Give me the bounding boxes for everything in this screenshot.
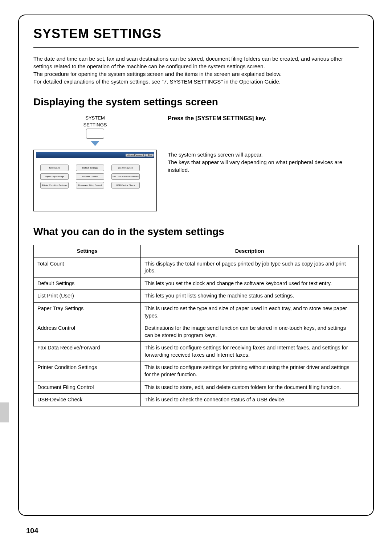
th-settings: Settings	[34, 245, 141, 258]
menu-address-control: Address Control	[76, 173, 104, 180]
table-row: Document Filing Control This is used to …	[34, 381, 359, 394]
step-body-1: The system settings screen will appear.	[168, 151, 263, 158]
table-row: USB-Device Check This is used to check t…	[34, 394, 359, 406]
cell-description: This displays the total number of pages …	[141, 258, 359, 277]
step-body: The system settings screen will appear. …	[168, 151, 359, 174]
cell-setting: USB-Device Check	[34, 394, 141, 406]
key-label-2: SETTINGS	[33, 122, 157, 128]
cell-description: This lets you set the clock and change t…	[141, 277, 359, 290]
screen-illustration: Admin Password Exit Total Count Paper Tr…	[33, 150, 157, 211]
intro-p1: The date and time can be set, fax and sc…	[33, 56, 343, 69]
cell-setting: Address Control	[34, 322, 141, 342]
screen-col-3: List Print (User) Fax Data Receive/Forwa…	[111, 165, 140, 189]
exit-button: Exit	[146, 154, 154, 157]
display-row: SYSTEM SETTINGS Admin Password Exit Tota…	[33, 115, 359, 211]
table-row: Printer Condition Settings This is used …	[34, 361, 359, 381]
diagram-column: SYSTEM SETTINGS Admin Password Exit Tota…	[33, 115, 157, 211]
screen-body: Total Count Paper Tray Settings Printer …	[36, 158, 154, 195]
menu-paper-tray: Paper Tray Settings	[40, 173, 69, 180]
system-settings-key-shape	[86, 129, 104, 139]
menu-document-filing: Document Filing Control	[76, 182, 104, 189]
cell-setting: Default Settings	[34, 277, 141, 290]
settings-table: Settings Description Total Count This di…	[33, 245, 359, 406]
menu-usb-check: USB-Device Check	[111, 182, 140, 189]
cell-setting: List Print (User)	[34, 290, 141, 303]
down-arrow-icon	[91, 141, 99, 146]
table-header-row: Settings Description	[34, 245, 359, 258]
th-description: Description	[141, 245, 359, 258]
cell-description: This lets you print lists showing the ma…	[141, 290, 359, 303]
table-row: Default Settings This lets you set the c…	[34, 277, 359, 290]
cell-description: This is used to configure settings for r…	[141, 342, 359, 361]
screen-header-bar: Admin Password Exit	[36, 152, 154, 158]
section1-heading: Displaying the system settings screen	[33, 96, 359, 108]
cell-setting: Total Count	[34, 258, 141, 277]
menu-fax-data: Fax Data Receive/Forward	[111, 173, 140, 180]
side-tab	[0, 402, 9, 422]
step-title: Press the [SYSTEM SETTINGS] key.	[168, 115, 359, 122]
page-title: SYSTEM SETTINGS	[33, 26, 359, 41]
title-box: SYSTEM SETTINGS	[33, 26, 359, 48]
system-key-area: SYSTEM SETTINGS	[33, 115, 157, 146]
intro-p2: The procedure for opening the system set…	[33, 71, 282, 77]
admin-password-button: Admin Password	[126, 154, 146, 157]
intro-text: The date and time can be set, fax and sc…	[33, 55, 359, 85]
cell-description: This is used to configure settings for p…	[141, 361, 359, 381]
cell-description: This is used to store, edit, and delete …	[141, 381, 359, 394]
cell-setting: Fax Data Receive/Forward	[34, 342, 141, 361]
table-row: Paper Tray Settings This is used to set …	[34, 303, 359, 322]
page-number: 104	[26, 527, 38, 535]
cell-setting: Paper Tray Settings	[34, 303, 141, 322]
text-column: Press the [SYSTEM SETTINGS] key. The sys…	[168, 115, 359, 211]
cell-setting: Printer Condition Settings	[34, 361, 141, 381]
intro-p3: For detailed explanations of the system …	[33, 78, 281, 85]
menu-printer-condition: Printer Condition Settings	[40, 182, 69, 189]
table-row: List Print (User) This lets you print li…	[34, 290, 359, 303]
cell-description: This is used to check the connection sta…	[141, 394, 359, 406]
menu-list-print: List Print (User)	[111, 165, 140, 171]
screen-col-2: Default Settings Address Control Documen…	[76, 165, 104, 189]
table-row: Total Count This displays the total numb…	[34, 258, 359, 277]
page-frame: SYSTEM SETTINGS The date and time can be…	[18, 15, 374, 516]
cell-setting: Document Filing Control	[34, 381, 141, 394]
section2-heading: What you can do in the system settings	[33, 226, 359, 238]
screen-col-1: Total Count Paper Tray Settings Printer …	[40, 165, 69, 189]
table-row: Address Control Destinations for the ima…	[34, 322, 359, 342]
cell-description: This is used to set the type and size of…	[141, 303, 359, 322]
table-row: Fax Data Receive/Forward This is used to…	[34, 342, 359, 361]
menu-total-count: Total Count	[40, 165, 69, 171]
key-label-1: SYSTEM	[33, 115, 157, 121]
menu-default-settings: Default Settings	[76, 165, 104, 171]
step-body-2: The keys that appear will vary depending…	[168, 159, 342, 173]
cell-description: Destinations for the image send function…	[141, 322, 359, 342]
